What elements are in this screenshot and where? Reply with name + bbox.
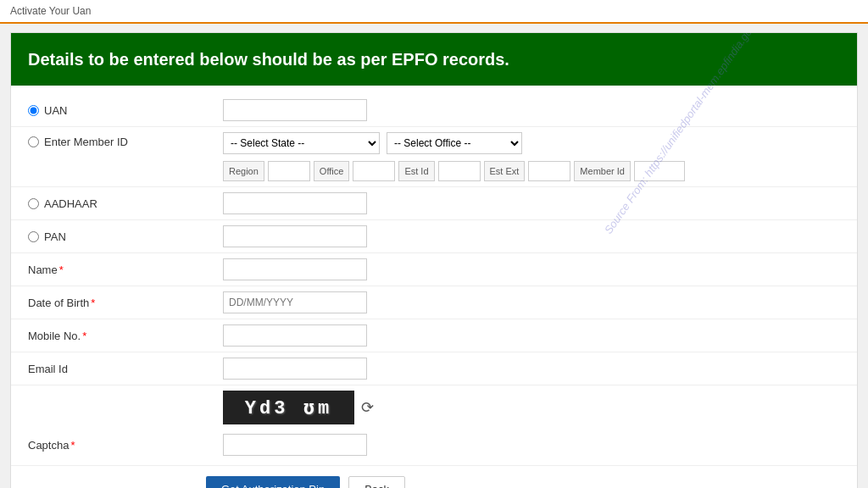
name-row: Name* <box>11 253 857 286</box>
member-id-bottom: Region Office Est Id Est Ext Member Id <box>223 161 685 181</box>
office-label: Office <box>314 161 350 181</box>
est-ext-label: Est Ext <box>484 161 526 181</box>
back-button[interactable]: Back <box>348 476 405 488</box>
uan-radio[interactable] <box>28 105 39 116</box>
aadhaar-input-col <box>223 192 840 214</box>
pan-row: PAN <box>11 220 857 253</box>
dob-row: Date of Birth* <box>11 286 857 319</box>
form-section: UAN Enter Member ID -- Select State -- <box>11 86 857 488</box>
office-input[interactable] <box>353 161 395 181</box>
name-input-col <box>223 258 840 280</box>
name-required: * <box>59 263 64 276</box>
email-row: Email Id <box>11 352 857 385</box>
pan-radio-label[interactable]: PAN <box>28 230 223 243</box>
dob-required: * <box>91 297 95 309</box>
pan-input-col <box>223 225 840 247</box>
dob-input[interactable] <box>223 291 367 313</box>
captcha-input[interactable] <box>223 434 367 456</box>
uan-row: UAN <box>11 94 857 127</box>
aadhaar-input[interactable] <box>223 192 367 214</box>
member-id-radio-label[interactable]: Enter Member ID <box>28 136 223 148</box>
member-id-row: Enter Member ID -- Select State -- -- Se… <box>11 127 857 187</box>
name-input[interactable] <box>223 258 367 280</box>
region-input[interactable] <box>268 161 310 181</box>
est-id-input[interactable] <box>438 161 481 181</box>
mobile-input-col <box>223 324 840 347</box>
captcha-image-area: Yd3 ʊm ⟳ <box>28 391 840 424</box>
main-container: Source From: https://unifiedportal-mem.e… <box>10 32 858 488</box>
member-id-radio[interactable] <box>28 136 39 147</box>
window-bar: Activate Your Uan <box>0 0 868 24</box>
email-input[interactable] <box>223 358 367 380</box>
captcha-input-col <box>223 434 840 456</box>
captcha-required: * <box>70 439 75 452</box>
aadhaar-radio[interactable] <box>28 198 39 209</box>
mobile-required: * <box>82 330 86 342</box>
window-title: Activate Your Uan <box>10 5 91 17</box>
captcha-image: Yd3 ʊm <box>223 391 354 424</box>
est-ext-input[interactable] <box>528 161 570 181</box>
member-id-subinput[interactable] <box>634 161 685 181</box>
button-row: Get Authorization Pin Back <box>11 466 857 488</box>
header-banner: Details to be entered below should be as… <box>11 33 857 86</box>
email-input-col <box>223 358 840 380</box>
captcha-text: Yd3 ʊm <box>245 396 332 419</box>
uan-input[interactable] <box>223 99 367 121</box>
pan-input[interactable] <box>223 225 367 247</box>
est-id-label: Est Id <box>398 161 434 181</box>
member-id-sublabel: Member Id <box>574 161 631 181</box>
member-id-inputs: -- Select State -- -- Select Office -- R… <box>223 132 685 181</box>
state-select[interactable]: -- Select State -- <box>223 132 380 154</box>
uan-radio-label[interactable]: UAN <box>28 104 223 117</box>
region-label: Region <box>223 161 264 181</box>
captcha-refresh-icon[interactable]: ⟳ <box>361 398 374 417</box>
captcha-row: Yd3 ʊm ⟳ Captcha* <box>11 385 857 466</box>
aadhaar-radio-label[interactable]: AADHAAR <box>28 197 223 210</box>
member-id-top: -- Select State -- -- Select Office -- <box>223 132 685 154</box>
mobile-row: Mobile No.* <box>11 319 857 352</box>
pan-radio[interactable] <box>28 231 39 242</box>
get-auth-pin-button[interactable]: Get Authorization Pin <box>206 476 340 488</box>
office-select[interactable]: -- Select Office -- <box>387 132 522 154</box>
aadhaar-row: AADHAAR <box>11 187 857 220</box>
mobile-input[interactable] <box>223 324 367 347</box>
dob-input-col <box>223 291 840 313</box>
uan-input-col <box>223 99 840 121</box>
